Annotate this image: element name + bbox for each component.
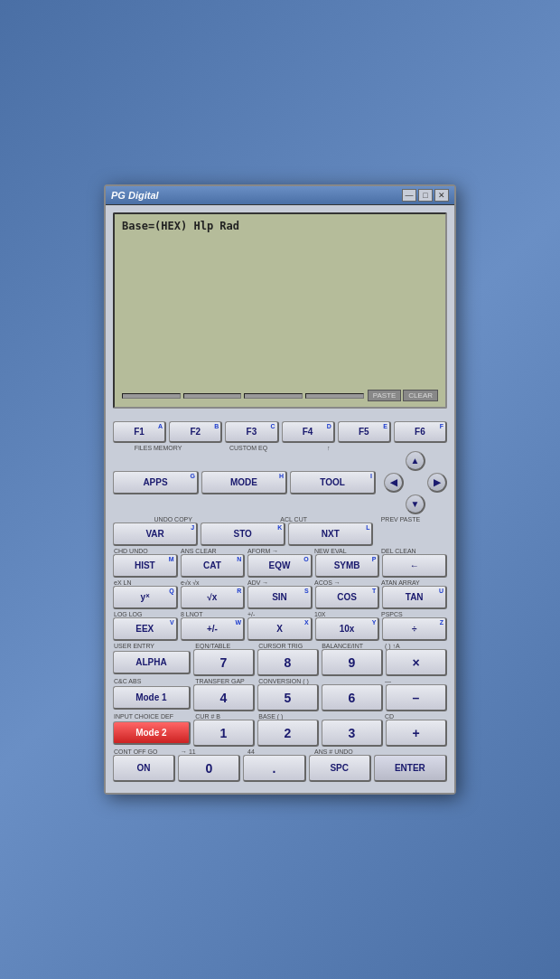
4-top-label: TRANSFER GAP xyxy=(195,678,257,684)
mode-top-label: CUSTOM EQ xyxy=(204,445,293,451)
f4-button[interactable]: F4 D xyxy=(282,421,335,443)
mode2-button[interactable]: Mode 2 xyxy=(113,721,191,745)
trig-row: yˣ Q √x R SIN S COS T TAN U xyxy=(113,586,447,609)
seven-button[interactable]: 7 xyxy=(193,649,255,676)
dot-top-label: 44 xyxy=(247,748,313,755)
3-top-label xyxy=(322,713,383,720)
f5-button[interactable]: F5 E xyxy=(338,421,391,443)
spc-button[interactable]: SPC xyxy=(309,755,371,782)
x-top-label: +/- xyxy=(247,611,313,617)
pm-top-label: 8 LNOT xyxy=(181,611,246,617)
two-button[interactable]: 2 xyxy=(257,720,319,747)
mode-button[interactable]: MODE H xyxy=(201,471,287,494)
nxt-button[interactable]: NXT L xyxy=(288,522,373,546)
2-top-label: BASE ( ) xyxy=(258,713,320,720)
enter-top-label xyxy=(381,748,446,755)
tool-top-label: ↑ xyxy=(294,445,362,451)
five-button[interactable]: 5 xyxy=(257,684,319,711)
fkey-row: F1 A F2 B F3 C F4 D F5 E F6 F xyxy=(113,421,447,443)
plus-top-label: CD xyxy=(385,713,446,720)
enter-button[interactable]: ENTER xyxy=(374,755,447,782)
mode1-button[interactable]: Mode 1 xyxy=(113,686,191,710)
close-button[interactable]: ✕ xyxy=(434,189,449,202)
bs-top-label: DEL CLEAN xyxy=(381,548,446,554)
nav-up-button[interactable]: ▲ xyxy=(406,451,425,471)
f3-button[interactable]: F3 C xyxy=(225,421,278,443)
mode1-row: Mode 1 4 5 6 – xyxy=(113,684,447,711)
yx-button[interactable]: yˣ Q xyxy=(113,586,178,609)
nav-down-button[interactable]: ▼ xyxy=(406,494,425,514)
eex-button[interactable]: EEX V xyxy=(113,617,178,641)
eqw-top-label: AFORM → xyxy=(247,548,313,554)
sqrtx-button[interactable]: √x R xyxy=(181,586,246,609)
multiply-button[interactable]: × xyxy=(386,649,447,676)
tab-indicator-1 xyxy=(122,393,181,399)
eight-button[interactable]: 8 xyxy=(257,649,319,676)
cos-top-label: ACOS → xyxy=(314,579,379,586)
plusminus-button[interactable]: +/- W xyxy=(181,617,246,641)
screen-status: Base=(HEX) Hlp Rad xyxy=(122,220,438,232)
var-button[interactable]: VAR J xyxy=(113,522,198,546)
nav-right-button[interactable]: ▶ xyxy=(427,473,447,493)
sto-button[interactable]: STO K xyxy=(201,522,285,546)
backspace-button[interactable]: ← xyxy=(382,554,447,578)
nav-left-button[interactable]: ◀ xyxy=(384,473,404,493)
mode1-top-label: C&C ABS xyxy=(114,678,193,684)
six-button[interactable]: 6 xyxy=(322,684,383,711)
divide-button[interactable]: ÷ Z xyxy=(382,617,447,641)
f2-button[interactable]: F2 B xyxy=(169,421,222,443)
tan-button[interactable]: TAN U xyxy=(382,586,447,609)
nine-button[interactable]: 9 xyxy=(322,649,383,676)
plus-button[interactable]: + xyxy=(386,720,447,747)
cos-button[interactable]: COS T xyxy=(315,586,380,609)
tool-button[interactable]: TOOL I xyxy=(290,471,376,494)
one-button[interactable]: 1 xyxy=(193,720,255,747)
sto-top-label: ACL CUT xyxy=(234,516,352,522)
tab-indicator-3 xyxy=(244,393,303,399)
tan-top-label: ATAN ARRAY xyxy=(381,579,446,586)
hist-row: HIST M CAT N EQW O SYMB P ← xyxy=(113,554,447,578)
symb-button[interactable]: SYMB P xyxy=(315,554,380,578)
alpha-top-label: USER ENTRY xyxy=(114,643,193,649)
5-top-label: CONVERSION ( ) xyxy=(258,678,320,684)
three-button[interactable]: 3 xyxy=(322,720,383,747)
window-controls: — □ ✕ xyxy=(402,189,449,202)
cat-button[interactable]: CAT N xyxy=(181,554,246,578)
dot-button[interactable]: . xyxy=(243,755,305,782)
zero-button[interactable]: 0 xyxy=(178,755,240,782)
nav-cluster: ▲ ◀ ▶ ▼ xyxy=(384,451,447,514)
minus-button[interactable]: – xyxy=(386,684,447,711)
nav-center xyxy=(406,473,425,493)
bottom-row: ON 0 . SPC ENTER xyxy=(113,755,447,782)
on-top-label: CONT OFF GO xyxy=(114,748,179,755)
on-button[interactable]: ON xyxy=(113,755,175,782)
minimize-button[interactable]: — xyxy=(402,189,416,202)
x-button[interactable]: X X xyxy=(247,617,313,641)
restore-button[interactable]: □ xyxy=(418,189,433,202)
apps-button[interactable]: APPS G xyxy=(113,471,199,494)
mode2-top-label: INPUT CHOICE DEF xyxy=(114,713,193,720)
calculator-screen: Base=(HEX) Hlp Rad PASTE CLEAR xyxy=(113,212,447,409)
eqw-button[interactable]: EQW O xyxy=(247,554,313,578)
four-button[interactable]: 4 xyxy=(193,684,255,711)
f1-button[interactable]: F1 A xyxy=(113,421,166,443)
mult-top-label: ( ) ↑A xyxy=(385,643,446,649)
tenx-button[interactable]: 10x Y xyxy=(315,617,380,641)
alpha-button[interactable]: ALPHA xyxy=(113,651,191,674)
div-top-label: PSPCS xyxy=(381,611,446,617)
calculator-window: PG Digital — □ ✕ Base=(HEX) Hlp Rad PAST… xyxy=(104,184,456,795)
screen-content xyxy=(122,232,438,386)
tenx-top-label: 10X xyxy=(314,611,379,617)
clear-button[interactable]: CLEAR xyxy=(403,390,438,401)
f6-button[interactable]: F6 F xyxy=(394,421,447,443)
eex-row: EEX V +/- W X X 10x Y ÷ Z xyxy=(113,617,447,641)
0-top-label: → 11 xyxy=(181,748,246,755)
alpha-row: ALPHA 7 8 9 × xyxy=(113,649,447,676)
nxt-top-label: PREV PASTE xyxy=(355,516,446,522)
yx-top-label: eX LN xyxy=(114,579,179,586)
sqrt-top-label: e√x √x xyxy=(181,579,246,586)
hist-button[interactable]: HIST M xyxy=(113,554,178,578)
paste-button[interactable]: PASTE xyxy=(368,390,402,401)
sin-button[interactable]: SIN S xyxy=(247,586,313,609)
6-top-label xyxy=(322,678,383,684)
